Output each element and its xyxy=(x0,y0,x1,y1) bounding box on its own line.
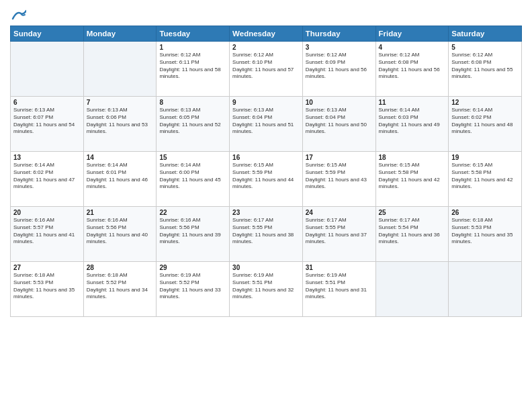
calendar-cell xyxy=(449,262,522,317)
day-info: Sunrise: 6:19 AMSunset: 5:52 PMDaylight:… xyxy=(159,272,226,301)
day-info: Sunrise: 6:12 AMSunset: 6:08 PMDaylight:… xyxy=(379,52,446,81)
calendar-cell: 15Sunrise: 6:14 AMSunset: 6:00 PMDayligh… xyxy=(157,152,230,207)
day-info: Sunrise: 6:14 AMSunset: 6:02 PMDaylight:… xyxy=(13,162,81,191)
day-info: Sunrise: 6:16 AMSunset: 5:56 PMDaylight:… xyxy=(159,217,226,246)
day-info: Sunrise: 6:13 AMSunset: 6:06 PMDaylight:… xyxy=(87,107,154,136)
calendar-cell: 31Sunrise: 6:19 AMSunset: 5:51 PMDayligh… xyxy=(302,262,375,317)
day-info: Sunrise: 6:18 AMSunset: 5:53 PMDaylight:… xyxy=(13,272,81,301)
day-info: Sunrise: 6:17 AMSunset: 5:55 PMDaylight:… xyxy=(306,217,373,246)
day-info: Sunrise: 6:18 AMSunset: 5:53 PMDaylight:… xyxy=(451,217,519,246)
day-info: Sunrise: 6:15 AMSunset: 5:58 PMDaylight:… xyxy=(451,162,519,191)
day-info: Sunrise: 6:13 AMSunset: 6:07 PMDaylight:… xyxy=(13,107,81,136)
day-info: Sunrise: 6:13 AMSunset: 6:05 PMDaylight:… xyxy=(159,107,226,136)
day-info: Sunrise: 6:19 AMSunset: 5:51 PMDaylight:… xyxy=(232,272,300,301)
calendar-cell: 25Sunrise: 6:17 AMSunset: 5:54 PMDayligh… xyxy=(375,207,449,262)
calendar-cell: 7Sunrise: 6:13 AMSunset: 6:06 PMDaylight… xyxy=(83,97,157,152)
day-number: 24 xyxy=(306,209,373,216)
day-info: Sunrise: 6:12 AMSunset: 6:10 PMDaylight:… xyxy=(232,52,300,81)
day-number: 22 xyxy=(159,209,226,216)
weekday-header-row: SundayMondayTuesdayWednesdayThursdayFrid… xyxy=(11,26,522,42)
page: SundayMondayTuesdayWednesdayThursdayFrid… xyxy=(0,0,532,411)
calendar-cell: 11Sunrise: 6:14 AMSunset: 6:03 PMDayligh… xyxy=(375,97,449,152)
calendar-cell: 3Sunrise: 6:12 AMSunset: 6:09 PMDaylight… xyxy=(302,42,375,97)
day-info: Sunrise: 6:15 AMSunset: 5:59 PMDaylight:… xyxy=(232,162,300,191)
day-number: 13 xyxy=(13,154,81,161)
calendar-cell xyxy=(83,42,157,97)
calendar-cell: 26Sunrise: 6:18 AMSunset: 5:53 PMDayligh… xyxy=(449,207,522,262)
calendar-cell: 27Sunrise: 6:18 AMSunset: 5:53 PMDayligh… xyxy=(11,262,84,317)
day-info: Sunrise: 6:12 AMSunset: 6:09 PMDaylight:… xyxy=(306,52,373,81)
day-info: Sunrise: 6:12 AMSunset: 6:11 PMDaylight:… xyxy=(159,52,226,81)
week-row-5: 27Sunrise: 6:18 AMSunset: 5:53 PMDayligh… xyxy=(11,262,522,317)
calendar-cell: 22Sunrise: 6:16 AMSunset: 5:56 PMDayligh… xyxy=(157,207,230,262)
weekday-saturday: Saturday xyxy=(449,26,522,42)
calendar-cell: 20Sunrise: 6:16 AMSunset: 5:57 PMDayligh… xyxy=(11,207,84,262)
day-info: Sunrise: 6:17 AMSunset: 5:54 PMDaylight:… xyxy=(379,217,446,246)
calendar-cell: 14Sunrise: 6:14 AMSunset: 6:01 PMDayligh… xyxy=(83,152,157,207)
day-info: Sunrise: 6:17 AMSunset: 5:55 PMDaylight:… xyxy=(232,217,300,246)
day-info: Sunrise: 6:14 AMSunset: 6:03 PMDaylight:… xyxy=(379,107,446,136)
calendar-cell: 28Sunrise: 6:18 AMSunset: 5:52 PMDayligh… xyxy=(83,262,157,317)
week-row-2: 6Sunrise: 6:13 AMSunset: 6:07 PMDaylight… xyxy=(11,97,522,152)
weekday-tuesday: Tuesday xyxy=(157,26,230,42)
day-number: 31 xyxy=(306,264,373,271)
day-number: 7 xyxy=(87,99,154,106)
day-number: 19 xyxy=(451,154,519,161)
day-number: 9 xyxy=(232,99,300,106)
day-number: 20 xyxy=(13,209,81,216)
calendar-cell: 6Sunrise: 6:13 AMSunset: 6:07 PMDaylight… xyxy=(11,97,84,152)
day-number: 25 xyxy=(379,209,446,216)
day-number: 12 xyxy=(451,99,519,106)
weekday-sunday: Sunday xyxy=(11,26,84,42)
day-number: 26 xyxy=(451,209,519,216)
weekday-thursday: Thursday xyxy=(302,26,375,42)
day-number: 23 xyxy=(232,209,300,216)
week-row-1: 1Sunrise: 6:12 AMSunset: 6:11 PMDaylight… xyxy=(11,42,522,97)
day-info: Sunrise: 6:13 AMSunset: 6:04 PMDaylight:… xyxy=(306,107,373,136)
week-row-4: 20Sunrise: 6:16 AMSunset: 5:57 PMDayligh… xyxy=(11,207,522,262)
day-info: Sunrise: 6:14 AMSunset: 6:00 PMDaylight:… xyxy=(159,162,226,191)
calendar-cell: 13Sunrise: 6:14 AMSunset: 6:02 PMDayligh… xyxy=(11,152,84,207)
day-info: Sunrise: 6:15 AMSunset: 5:59 PMDaylight:… xyxy=(306,162,373,191)
calendar-cell xyxy=(11,42,84,97)
calendar-cell: 24Sunrise: 6:17 AMSunset: 5:55 PMDayligh… xyxy=(302,207,375,262)
calendar-cell: 21Sunrise: 6:16 AMSunset: 5:56 PMDayligh… xyxy=(83,207,157,262)
day-info: Sunrise: 6:14 AMSunset: 6:02 PMDaylight:… xyxy=(451,107,519,136)
day-number: 11 xyxy=(379,99,446,106)
day-number: 15 xyxy=(159,154,226,161)
calendar-cell: 4Sunrise: 6:12 AMSunset: 6:08 PMDaylight… xyxy=(375,42,449,97)
day-number: 4 xyxy=(379,44,446,51)
day-info: Sunrise: 6:12 AMSunset: 6:08 PMDaylight:… xyxy=(451,52,519,81)
day-info: Sunrise: 6:14 AMSunset: 6:01 PMDaylight:… xyxy=(87,162,154,191)
day-number: 29 xyxy=(159,264,226,271)
calendar-table: SundayMondayTuesdayWednesdayThursdayFrid… xyxy=(10,26,522,317)
day-number: 5 xyxy=(451,44,519,51)
day-number: 14 xyxy=(87,154,154,161)
day-number: 28 xyxy=(87,264,154,271)
calendar-cell: 8Sunrise: 6:13 AMSunset: 6:05 PMDaylight… xyxy=(157,97,230,152)
calendar-cell: 1Sunrise: 6:12 AMSunset: 6:11 PMDaylight… xyxy=(157,42,230,97)
day-number: 10 xyxy=(306,99,373,106)
logo xyxy=(10,7,28,20)
weekday-friday: Friday xyxy=(375,26,449,42)
calendar-cell: 10Sunrise: 6:13 AMSunset: 6:04 PMDayligh… xyxy=(302,97,375,152)
calendar-cell: 5Sunrise: 6:12 AMSunset: 6:08 PMDaylight… xyxy=(449,42,522,97)
day-number: 3 xyxy=(306,44,373,51)
calendar-cell: 2Sunrise: 6:12 AMSunset: 6:10 PMDaylight… xyxy=(230,42,303,97)
calendar-cell: 23Sunrise: 6:17 AMSunset: 5:55 PMDayligh… xyxy=(230,207,303,262)
day-info: Sunrise: 6:15 AMSunset: 5:58 PMDaylight:… xyxy=(379,162,446,191)
day-number: 18 xyxy=(379,154,446,161)
calendar-cell: 12Sunrise: 6:14 AMSunset: 6:02 PMDayligh… xyxy=(449,97,522,152)
day-info: Sunrise: 6:18 AMSunset: 5:52 PMDaylight:… xyxy=(87,272,154,301)
calendar-cell: 19Sunrise: 6:15 AMSunset: 5:58 PMDayligh… xyxy=(449,152,522,207)
day-info: Sunrise: 6:16 AMSunset: 5:56 PMDaylight:… xyxy=(87,217,154,246)
logo-bird-icon xyxy=(11,9,26,20)
day-info: Sunrise: 6:13 AMSunset: 6:04 PMDaylight:… xyxy=(232,107,300,136)
day-number: 8 xyxy=(159,99,226,106)
week-row-3: 13Sunrise: 6:14 AMSunset: 6:02 PMDayligh… xyxy=(11,152,522,207)
day-number: 21 xyxy=(87,209,154,216)
weekday-wednesday: Wednesday xyxy=(230,26,303,42)
day-number: 16 xyxy=(232,154,300,161)
day-info: Sunrise: 6:16 AMSunset: 5:57 PMDaylight:… xyxy=(13,217,81,246)
calendar-cell xyxy=(375,262,449,317)
